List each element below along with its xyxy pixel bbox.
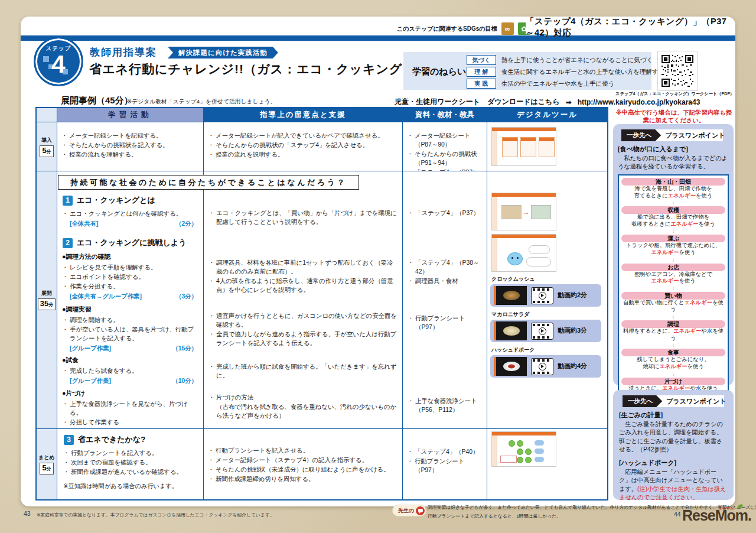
section-header: 1 エコ・クッキングとは bbox=[63, 195, 200, 206]
intro-activities-cell: ・メーター記録シートを記録する。・そらたんからの挑戦状を記入する。・授業の流れを… bbox=[57, 122, 204, 171]
bullet-item: ・4人の班を作るように指示をし、通常の作り方と違う部分（留意点）を中心にレシピを… bbox=[208, 277, 399, 294]
flow-step: 調理料理をするときに、エネルギーや水を使う bbox=[621, 320, 725, 342]
down-arrow-icon: ↓ bbox=[621, 314, 725, 320]
aim-tag: 気づく bbox=[467, 55, 496, 65]
step-ahead-arrow: 一歩先へ bbox=[621, 129, 661, 141]
plus-one-point-panel-2: 一歩先へ プラスワンポイント [生ごみの計量] 生ごみ量を計量するためのチラシの… bbox=[613, 390, 734, 500]
speech-bubble bbox=[526, 257, 551, 266]
intro-digital-cell bbox=[487, 122, 607, 171]
flow-step-title: 食事 bbox=[621, 349, 725, 356]
bullet-item: ・調理を開始する。 bbox=[62, 316, 200, 324]
character-dot bbox=[525, 448, 532, 455]
summary-activities-cell: 3 省エネできたかな? ・行動プランシートを記入する。・次回までの宿題を確認する… bbox=[57, 429, 204, 499]
bullet-item: ・行動プランシートを記入する。 bbox=[63, 448, 199, 457]
section-title: エコ・クッキングとは bbox=[77, 195, 155, 206]
character-dot bbox=[517, 440, 523, 447]
section-number-badge: 1 bbox=[63, 196, 73, 206]
work-mode-line: [グループ作業]（15分） bbox=[70, 344, 197, 353]
sdgs-label: このステップに関連するSDGsの目標 bbox=[397, 25, 497, 33]
bullet-list: ・完成したら試食をする。 bbox=[62, 366, 200, 375]
thumbnail-sidebar bbox=[492, 131, 497, 165]
teacher-voice-badge: 先生の bbox=[392, 505, 426, 516]
section-number-badge: 2 bbox=[63, 238, 73, 248]
develop-materials-cell: ・「ステップ4」（P37） ・「ステップ4」（P38～42）・調理器具・食材 ・… bbox=[403, 171, 487, 429]
digital-material-thumbnail-3 bbox=[491, 234, 556, 272]
down-arrow-icon: ↓ bbox=[621, 200, 725, 206]
bullet-item: ・上手な食器洗浄シートを見ながら、片づける。 bbox=[62, 399, 200, 417]
teacher-voice-label: 先生の bbox=[398, 507, 414, 515]
bullet-item: ・行動プランシート（P97） bbox=[407, 457, 483, 474]
intro-guidance-cell: ・メーター記録シートが記入できているかペアで確認させる。・そらたんからの挑戦状の… bbox=[204, 122, 403, 171]
plan-note: ※デジタル教材「ステップ4」を併せて活用しましょう。 bbox=[127, 98, 276, 106]
section-title: 省エネできたかな? bbox=[78, 434, 145, 446]
phase-time: 5分 bbox=[40, 463, 53, 474]
plus-one-point-panel-1: 一歩先へ プラスワンポイント [食べ物が口に入るまで] 私たちの口に食べ物が入る… bbox=[613, 124, 734, 385]
header-activities: 学習活動 bbox=[57, 108, 204, 122]
bullet-item: ・エコ・クッキングとは何かを確認する。 bbox=[62, 209, 200, 218]
corresponding-pages-title: 「ステップ4（ガス：エコ・クッキング）」（P37～42）対応 bbox=[526, 20, 734, 34]
phase-time: 5分 bbox=[40, 145, 53, 157]
video-item: ハッシュドポーク 動画約4分 bbox=[490, 346, 601, 378]
aim-row: 気づく 熱を上手に使うことが省エネにつながることに気づく bbox=[467, 55, 653, 65]
resemom-logo: ReseMom. bbox=[682, 507, 751, 524]
flow-step-title: 収穫 bbox=[621, 206, 725, 214]
plan-heading: 展開事例（45分） bbox=[61, 95, 133, 106]
speech-bubble-icon bbox=[416, 506, 425, 515]
video-row[interactable]: 動画約2分 bbox=[490, 284, 601, 307]
video-row[interactable]: 動画約4分 bbox=[490, 355, 601, 378]
subsection-title: ●片づけ bbox=[62, 389, 200, 398]
section-title: エコ・クッキングに挑戦しよう bbox=[77, 238, 186, 249]
learning-aims-box: 学習のねらい 気づく 熱を上手に使うことが省エネにつながることに気づく 理 解 … bbox=[403, 52, 651, 90]
page-number-left: 43 bbox=[24, 510, 31, 517]
bullet-list: ・エコ・クッキングとは何かを確認する。 bbox=[62, 209, 200, 218]
flow-step: 海・山・田畑海で魚を養殖し、田畑で作物を育てるときにエネルギーを使う bbox=[621, 178, 725, 199]
bullet-item: ・そらたんからの挑戦状（P91～94） bbox=[407, 150, 483, 167]
aim-tag: 実 践 bbox=[467, 79, 496, 89]
guidance-group: ・エコ・クッキングとは、「買い物」から「片づけ」までを環境に配慮して行うこととい… bbox=[208, 208, 399, 227]
subsection-title: ●試食 bbox=[62, 356, 200, 365]
page-background: このステップに関連するSDGsの目標 ∞ ✿ ≈ 「ステップ4（ガス：エコ・クッ… bbox=[0, 0, 756, 533]
step-number: 4 bbox=[35, 50, 82, 79]
digital-material-thumbnail-2: → bbox=[491, 193, 556, 230]
worksheet-url[interactable]: http://www.kairyudo.co.jp/kyokara43 bbox=[578, 98, 700, 106]
bullet-item: ・調理器具、材料を各班に事前に1セットずつ配布しておく（要冷蔵のもののみ直前に配… bbox=[208, 258, 399, 276]
bullet-item: ・レシピを見て手順を理解する。 bbox=[62, 263, 200, 272]
section-1: 1 エコ・クッキングとは ・エコ・クッキングとは何かを確認する。 [全体共有]（… bbox=[62, 195, 200, 228]
plus-one-point-label: プラスワンポイント bbox=[662, 397, 726, 406]
bullet-item: ・授業の流れを説明する。 bbox=[208, 150, 398, 159]
material-group: ・行動プランシート（P97） bbox=[408, 313, 483, 332]
material-group: ・上手な食器洗浄シート（P56、P112） bbox=[408, 396, 483, 415]
food-journey-flowchart: 海・山・田畑海で魚を養殖し、田畑で作物を育てるときにエネルギーを使う↓収穫船で漁… bbox=[618, 174, 729, 395]
phase-develop: 展開 35分 bbox=[37, 171, 57, 429]
down-arrow-icon: ↓ bbox=[621, 228, 725, 234]
flow-step-title: 調理 bbox=[621, 320, 725, 328]
activity-type-ribbon: 解決課題に向けた実践活動 bbox=[168, 47, 278, 58]
aim-text: 熱を上手に使うことが省エネにつながることに気づく bbox=[501, 56, 653, 64]
speech-pill bbox=[535, 457, 544, 462]
bullet-item: ・完成したら試食をする。 bbox=[62, 366, 200, 375]
bullet-list: ・メーター記録シート（P87～90）・そらたんからの挑戦状（P91～94）・「ス… bbox=[407, 131, 483, 171]
thumbnail-sidebar bbox=[492, 197, 497, 230]
qr-caption: ステップ4（ガス：エコ・クッキング）ワークシート（PDF） bbox=[592, 91, 734, 97]
arrow-icon: ➡ bbox=[566, 98, 572, 106]
panel-heading: [生ごみの計量] bbox=[619, 411, 728, 420]
bullet-list: ・行動プランシートを記入させる。・メーター記録シート（ステップ4）の記入を指示す… bbox=[208, 446, 398, 483]
video-play-icon bbox=[531, 287, 553, 304]
video-item: マカロニサラダ 動画約3分 bbox=[490, 311, 601, 342]
flow-step: 収穫船で漁に出る、田畑で作物を収穫するときにエネルギーを使う bbox=[621, 206, 725, 228]
summary-note: ※豆知識は時間がある場合のみ行います。 bbox=[63, 482, 199, 491]
video-title: マカロニサラダ bbox=[491, 311, 601, 318]
worksheet-label: 児童・生徒用ワークシート ダウンロードはこちら bbox=[395, 97, 560, 107]
bullet-list: ・調理を開始する。・手が空いている人は、器具を片づけ、行動プランシートを記入する… bbox=[62, 316, 200, 343]
panel-text: 応用編メニュー「ハッシュドポーク」は中高生向けメニューとなっています。(注)小学… bbox=[619, 468, 728, 502]
left-footnote: ※家庭科室等での実施となります。本プログラムではガスコンロを活用したエコ・クッキ… bbox=[37, 512, 275, 518]
bullet-item: ・メーター記録シート（P87～90） bbox=[407, 131, 483, 149]
middle-school-note: ※中高生で行う場合は、下記学習内容も授業に加えてください。 bbox=[614, 109, 734, 125]
flow-step: 買い物自動車で買い物に行くとエネルギーを使う bbox=[621, 292, 725, 313]
video-row[interactable]: 動画約3分 bbox=[490, 320, 601, 342]
flow-step-title: 買い物 bbox=[621, 292, 725, 300]
subsection-cooking-practice: ●調理実習 ・調理を開始する。・手が空いている人は、器具を片づけ、行動プランシー… bbox=[62, 305, 200, 353]
bullet-item: ・新聞作成課題締め切りを周知する。 bbox=[208, 474, 398, 483]
section-header: 2 エコ・クッキングに挑戦しよう bbox=[63, 238, 200, 249]
thumbnail-card bbox=[502, 137, 518, 157]
